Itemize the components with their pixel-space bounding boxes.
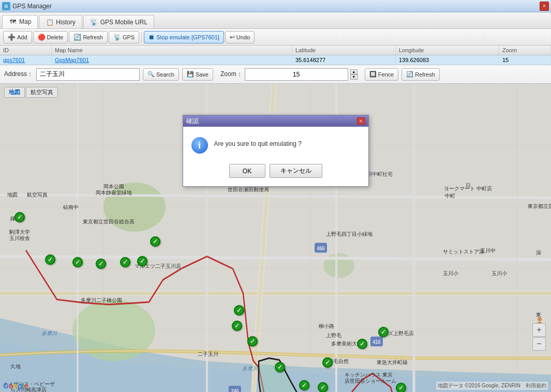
tab-gps-label: GPS Mobile URL [100, 19, 147, 26]
dialog-title: 確認 [186, 117, 199, 126]
zoom-up-button[interactable]: ▲ [350, 69, 358, 74]
address-bar: Address： 🔍 Search 💾 Save Zoom： ▲ ▼ 🔲 Fen… [0, 65, 551, 84]
tab-map-label: Map [19, 18, 31, 25]
undo-label: Undo [236, 34, 250, 40]
map-background: 466 246 246 246 246 416 311 地図 航空写真 岡本公園… [0, 84, 551, 392]
stop-icon: ⏹ [148, 34, 155, 41]
stop-emulate-label: Stop emulate [GPS7601] [156, 34, 219, 40]
add-label: Add [17, 34, 27, 40]
delete-button[interactable]: 🔴 Delete [33, 31, 68, 43]
cell-lat: 35.6148277 [292, 55, 396, 65]
col-header-mapname: Map Name [52, 46, 292, 55]
dialog-message: Are you sure to quit emulating ? [214, 137, 302, 147]
save-button[interactable]: 💾 Save [182, 68, 213, 81]
tab-history-label: History [56, 19, 75, 26]
map-refresh-icon: 🔄 [406, 71, 413, 78]
tab-history[interactable]: 📋 History [39, 15, 82, 28]
gps-icon: 📡 [113, 34, 121, 41]
search-label: Search [156, 71, 174, 78]
refresh-icon: 🔄 [73, 34, 81, 41]
history-tab-icon: 📋 [46, 18, 54, 26]
col-header-lat: Latitude [292, 46, 396, 55]
app-title: GPS Manager [12, 3, 540, 10]
col-header-lon: Longitude [396, 46, 499, 55]
address-label: Address： [4, 70, 33, 79]
col-header-zoom: Zoom [499, 46, 551, 55]
dialog-buttons: OK キャンセル [183, 159, 368, 186]
col-header-id: ID [0, 46, 52, 55]
data-grid: ID Map Name Latitude Longitude Zoom gps7… [0, 46, 551, 65]
map-refresh-button[interactable]: 🔄 Refresh [401, 68, 440, 81]
search-button[interactable]: 🔍 Search [143, 68, 179, 81]
save-icon: 💾 [187, 71, 194, 78]
fence-icon: 🔲 [369, 71, 377, 78]
tab-bar: 🗺 Map 📋 History 📡 GPS Mobile URL [0, 12, 551, 29]
toolbar: ➕ Add 🔴 Delete 🔄 Refresh 📡 GPS ⏹ Stop em… [0, 29, 551, 46]
cell-mapname[interactable]: GpsMap7601 [52, 55, 292, 65]
grid-header: ID Map Name Latitude Longitude Zoom [0, 46, 551, 55]
dialog-body: i Are you sure to quit emulating ? [183, 127, 368, 159]
zoom-spinners: ▲ ▼ [350, 69, 358, 80]
zoom-label: Zoom： [220, 70, 243, 79]
add-icon: ➕ [8, 34, 16, 41]
tab-gps-mobile-url[interactable]: 📡 GPS Mobile URL [83, 15, 154, 28]
dialog-info-icon: i [191, 137, 208, 154]
cell-id[interactable]: gps7601 [0, 55, 52, 65]
save-label: Save [196, 71, 209, 78]
title-bar: G GPS Manager × [0, 0, 551, 12]
undo-button[interactable]: ↩ Undo [225, 31, 255, 43]
app-icon: G [2, 2, 10, 10]
search-icon: 🔍 [147, 71, 155, 78]
dialog-overlay: 確認 × i Are you sure to quit emulating ? … [0, 84, 551, 392]
confirm-dialog: 確認 × i Are you sure to quit emulating ? … [183, 115, 369, 187]
cell-zoom: 15 [499, 55, 551, 65]
close-button[interactable]: × [540, 2, 549, 11]
gps-tab-icon: 📡 [90, 18, 98, 26]
address-input[interactable] [36, 68, 140, 81]
toolbar-separator [141, 32, 142, 42]
delete-icon: 🔴 [38, 34, 46, 41]
dialog-close-button[interactable]: × [357, 117, 365, 125]
undo-icon: ↩ [230, 34, 235, 41]
map-area[interactable]: 466 246 246 246 246 416 311 地図 航空写真 岡本公園… [0, 84, 551, 392]
refresh-label: Refresh [83, 34, 103, 40]
fence-label: Fence [378, 71, 394, 78]
delete-label: Delete [47, 34, 64, 40]
stop-emulate-button[interactable]: ⏹ Stop emulate [GPS7601] [144, 31, 224, 43]
table-row[interactable]: gps7601 GpsMap7601 35.6148277 139.626083… [0, 55, 551, 65]
fence-button[interactable]: 🔲 Fence [365, 68, 399, 81]
dialog-cancel-button[interactable]: キャンセル [270, 164, 322, 178]
zoom-down-button[interactable]: ▼ [350, 74, 358, 80]
dialog-ok-button[interactable]: OK [229, 164, 265, 178]
map-tab-icon: 🗺 [9, 18, 17, 26]
zoom-input[interactable] [245, 68, 348, 81]
add-button[interactable]: ➕ Add [3, 31, 32, 43]
cell-lon: 139.626083 [396, 55, 499, 65]
gps-button[interactable]: 📡 GPS [109, 31, 139, 43]
zoom-container: Zoom： ▲ ▼ [220, 68, 358, 81]
dialog-titlebar: 確認 × [183, 115, 368, 127]
gps-label: GPS [123, 34, 135, 40]
map-refresh-label: Refresh [415, 71, 435, 78]
refresh-button[interactable]: 🔄 Refresh [69, 31, 108, 43]
tab-map[interactable]: 🗺 Map [2, 15, 38, 28]
